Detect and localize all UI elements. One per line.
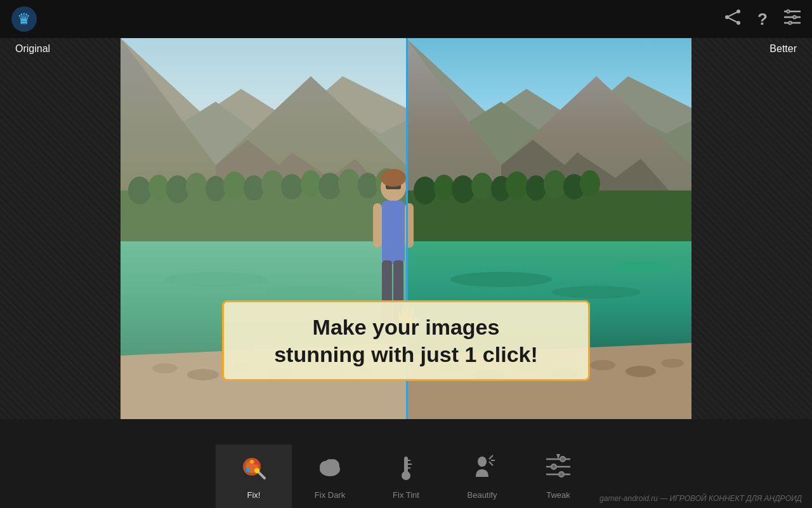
svg-point-52 [450,272,552,287]
svg-point-32 [526,175,546,201]
topbar-left: ♛ [10,5,38,33]
svg-point-89 [254,468,259,473]
svg-point-27 [434,175,454,200]
svg-text:♛: ♛ [17,10,31,27]
tool-fix-dark[interactable]: Fix Dark [292,444,368,508]
tool-fix-tint[interactable]: Fix Tint [368,444,444,508]
svg-point-108 [551,464,556,469]
svg-point-31 [506,171,528,199]
svg-point-35 [580,170,600,197]
svg-point-29 [471,173,493,199]
tool-tweak[interactable]: Tweak [520,444,596,508]
topbar-right: ? [723,8,802,31]
tool-tweak-label: Tweak [546,490,570,500]
tool-fix-tint-label: Fix Tint [393,490,419,500]
svg-point-64 [625,366,656,377]
bg-right-pattern [691,0,812,419]
share-icon[interactable] [723,8,742,31]
svg-point-95 [402,471,410,480]
svg-point-107 [560,457,565,462]
svg-line-102 [489,462,493,465]
svg-point-28 [452,175,475,203]
svg-rect-11 [793,15,796,18]
tool-beautify-label: Beautify [468,490,497,500]
app-logo: ♛ [10,5,38,33]
tool-fix-dark-label: Fix Dark [315,490,345,500]
better-label: Better [769,43,797,55]
svg-point-87 [254,461,258,465]
promo-text: Make your images stunning with just 1 cl… [242,314,570,368]
watermark: gamer-android.ru — ИГРОВОЙ КОННЕКТ ДЛЯ А… [599,494,802,503]
svg-line-100 [489,455,493,459]
original-label: Original [15,43,50,55]
tool-beautify[interactable]: Beautify [444,444,520,508]
tool-fix-label: Fix! [247,490,261,500]
promo-box: Make your images stunning with just 1 cl… [222,300,590,381]
fix-dark-icon [315,453,344,488]
svg-point-93 [325,459,335,469]
help-icon[interactable]: ? [757,10,768,29]
tweak-icon [544,453,573,488]
fix-icon [239,453,268,488]
fix-tint-icon [391,453,421,488]
settings-icon[interactable] [783,8,802,31]
bg-left-pattern [0,0,121,419]
svg-point-109 [559,472,564,477]
svg-point-85 [246,468,250,472]
svg-point-53 [552,286,641,298]
svg-point-63 [590,360,615,370]
svg-point-84 [250,460,254,464]
tool-fix[interactable]: Fix! [216,444,292,508]
svg-point-26 [414,177,436,204]
svg-point-99 [478,457,487,467]
svg-rect-10 [787,10,790,13]
svg-rect-12 [789,21,792,24]
topbar: ♛ ? [0,0,812,38]
svg-point-33 [544,170,566,198]
svg-point-65 [661,359,684,368]
svg-rect-94 [404,457,408,473]
beautify-icon [468,453,497,488]
svg-line-5 [727,11,738,17]
image-container[interactable]: 🖐 Make your images stunning with just 1 … [121,38,691,419]
svg-line-6 [727,17,738,23]
svg-point-54 [609,262,672,272]
